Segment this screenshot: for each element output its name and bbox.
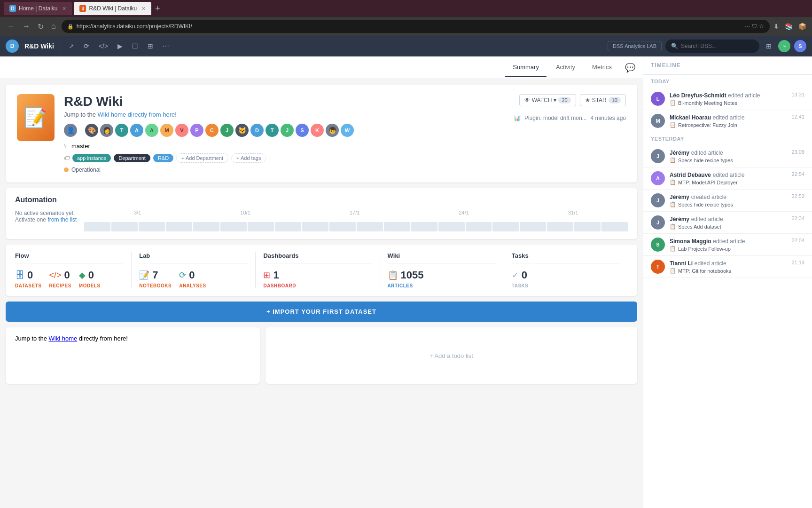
yesterday-label: YESTERDAY	[643, 132, 812, 145]
toolbar-more-icon[interactable]: ⋯	[160, 40, 172, 52]
avatar-user2[interactable]: 🎨	[85, 124, 98, 137]
toolbar-deploy-icon[interactable]: ☐	[129, 40, 141, 52]
toolbar-refresh-icon[interactable]: ⟳	[81, 40, 92, 52]
jeremy-edit2-time: 22:34	[791, 215, 804, 230]
jeremy-edit-username: Jérémy	[670, 150, 689, 156]
tag-rd[interactable]: R&D	[153, 154, 173, 162]
refresh-button[interactable]: ↻	[36, 20, 46, 33]
app-title: R&D Wiki	[24, 42, 54, 50]
avatar-P[interactable]: P	[190, 124, 203, 137]
stat-group-flow: Flow 🗄 0 DATASETS </> 0	[15, 252, 132, 288]
toolbar-run-icon[interactable]: ▶	[115, 40, 125, 52]
avatar-S[interactable]: S	[296, 124, 309, 137]
add-todo-button[interactable]: + Add a todo list	[429, 352, 473, 359]
search-bar[interactable]: 🔍	[665, 40, 759, 53]
address-bar: ← → ↻ ⌂ 🔒 https://analytics.dataiku.com/…	[0, 17, 812, 36]
wiki-tab-label: R&D Wiki | Dataiku	[89, 5, 137, 12]
tag-department[interactable]: Department	[114, 154, 150, 162]
home-button[interactable]: ⌂	[49, 20, 58, 32]
avatar-T[interactable]: T	[115, 124, 128, 137]
tasks-title: Tasks	[512, 252, 620, 263]
article-icon-jeremy-edit: 📋	[670, 157, 676, 163]
tab-summary[interactable]: Summary	[505, 58, 547, 77]
avatar-V[interactable]: V	[175, 124, 188, 137]
avatar-D[interactable]: D	[250, 124, 264, 137]
close-home-tab[interactable]: ✕	[62, 6, 66, 12]
user-avatar-green[interactable]: ~	[778, 40, 790, 52]
mickael-username: Mickael Hoarau	[670, 114, 711, 121]
extensions-icon[interactable]: 📦	[798, 23, 806, 30]
bar-14	[438, 222, 465, 231]
url-bar[interactable]: 🔒 https://analytics.dataiku.com/projects…	[62, 20, 770, 33]
avatar-J[interactable]: J	[220, 124, 234, 137]
avatar-A2[interactable]: A	[145, 124, 158, 137]
wiki-card-suffix: directly from here!	[79, 335, 128, 342]
add-tags-button[interactable]: + Add tags	[231, 153, 266, 163]
watch-star-row: 👁 WATCH ▾ 20 ★ STAR 10	[519, 94, 626, 106]
timeline-item-jeremy-create: J Jérémy created article 📋 Specs hide re…	[643, 190, 812, 212]
download-icon[interactable]: ⬇	[773, 23, 779, 30]
dashboard-val: 1	[273, 269, 279, 281]
avatar-A[interactable]: A	[130, 124, 143, 137]
close-wiki-tab[interactable]: ✕	[141, 6, 146, 12]
star-icon: ★	[585, 97, 590, 103]
article-icon-mickael: 📋	[670, 122, 676, 128]
avatar-user1[interactable]: 👤	[64, 124, 77, 137]
avatar-cat[interactable]: 🐱	[235, 124, 249, 137]
bookmarks-icon[interactable]: 📚	[785, 23, 793, 30]
bar-1	[84, 222, 110, 231]
astrid-username: Astrid Debauve	[670, 172, 711, 178]
star-button[interactable]: ★ STAR 10	[580, 94, 626, 106]
new-tab-button[interactable]: +	[155, 4, 160, 14]
stat-models: ◆ 0 MODELS	[79, 269, 101, 288]
avatar-row: 👤 🎨 👩 T A A M V P C J 🐱 D T	[64, 124, 626, 137]
timeline-item-astrid: A Astrid Debauve edited article 📋 MTP: M…	[643, 167, 812, 190]
back-button[interactable]: ←	[6, 20, 17, 32]
wiki-home-card-link[interactable]: Wiki home	[49, 335, 78, 342]
bar-19	[574, 222, 601, 231]
datasets-val: 0	[27, 269, 33, 281]
stats-section: Flow 🗄 0 DATASETS </> 0	[6, 245, 637, 296]
avatar-K[interactable]: K	[311, 124, 324, 137]
toolbar-code-icon[interactable]: </>	[96, 40, 111, 52]
tianni-action: Tianni Li edited article	[670, 260, 787, 267]
today-label: TODAY	[643, 75, 812, 88]
automation-section: Automation No active scenarios yet. Acti…	[6, 188, 637, 239]
avatar-leo: L	[651, 92, 665, 106]
forward-button[interactable]: →	[21, 20, 32, 32]
grid-apps-icon[interactable]: ⊞	[763, 40, 774, 52]
watch-button[interactable]: 👁 WATCH ▾ 20	[519, 94, 576, 106]
avatar-W[interactable]: W	[341, 124, 354, 137]
tab-bar: Summary Activity Metrics 💬	[0, 56, 643, 79]
tab-home[interactable]: D Home | Dataiku ✕	[4, 2, 72, 15]
timeline-content-jeremy-edit2: Jérémy edited article 📋 Specs Add datase…	[670, 215, 787, 230]
avatar-J2[interactable]: J	[281, 124, 294, 137]
avatar-M[interactable]: M	[160, 124, 173, 137]
wiki-home-link[interactable]: Wiki home	[98, 111, 126, 118]
avatar-user3[interactable]: 👩	[100, 124, 113, 137]
toolbar-grid-icon[interactable]: ⊞	[145, 40, 156, 52]
avatar-T2[interactable]: T	[265, 124, 279, 137]
tab-activity[interactable]: Activity	[548, 58, 583, 77]
stat-dashboard: ⊞ 1 DASHBOARD	[263, 269, 296, 288]
avatar-C[interactable]: C	[205, 124, 219, 137]
chat-icon[interactable]: 💬	[625, 63, 635, 73]
add-department-button[interactable]: + Add Department	[176, 153, 228, 163]
app-toolbar: D R&D Wiki ↗ ⟳ </> ▶ ☐ ⊞ ⋯ DSS Analytics…	[0, 36, 812, 56]
bar-8	[275, 222, 301, 231]
tab-metrics[interactable]: Metrics	[585, 58, 619, 77]
mickael-action: edited article	[713, 114, 745, 121]
toolbar-share-icon[interactable]: ↗	[66, 40, 77, 52]
tag-app-instance[interactable]: app instance	[72, 154, 111, 162]
tab-wiki[interactable]: d R&D Wiki | Dataiku ✕	[74, 2, 151, 15]
import-dataset-button[interactable]: + IMPORT YOUR FIRST DATASET	[6, 302, 637, 322]
bottom-grid: Jump to the Wiki home directly from here…	[6, 327, 637, 384]
from-list-link[interactable]: from the list	[47, 216, 77, 223]
analyses-val: 0	[189, 269, 195, 281]
search-input[interactable]	[681, 43, 754, 49]
directly-link[interactable]: directly from here	[126, 111, 175, 118]
automation-chart: 3/1 10/1 17/1 24/1 31/1	[84, 210, 628, 231]
plugin-text: Plugin: model drift mon...	[524, 115, 587, 121]
user-avatar-purple[interactable]: S	[794, 40, 806, 52]
avatar-user-photo[interactable]: 👦	[326, 124, 339, 137]
